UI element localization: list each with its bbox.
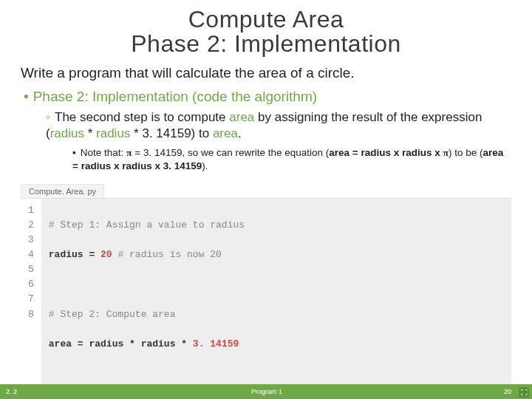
b3-b1: area = radius x radius x: [329, 147, 443, 158]
bullet-level3: ▪Note that: π = 3. 14159, so we can rewr…: [72, 146, 511, 173]
code-comment: # Step 2: Compute area: [49, 309, 176, 320]
bullet-level2: ◦The second step is to compute area by a…: [46, 109, 511, 142]
b3-mid1: = 3. 14159, so we can rewrite the equati…: [132, 147, 330, 158]
b2-kw1: area: [229, 110, 254, 124]
b2-mid3: * 3. 14159) to: [130, 126, 213, 140]
line-num: 4: [28, 248, 34, 262]
b2-kw4: area: [213, 126, 238, 140]
b3-pi2: π: [443, 147, 449, 158]
code-number: 3. 14159: [193, 338, 239, 349]
b2-mid2: *: [84, 126, 96, 140]
code-block: Compute. Area. py 1 2 3 4 5 6 7 8 # Step…: [21, 184, 511, 399]
code-body: # Step 1: Assign a value to radius radiu…: [41, 199, 252, 399]
line-num: 5: [28, 262, 34, 277]
code-comment: # Step 1: Assign a value to radius: [49, 219, 245, 231]
b3-pre: Note that:: [81, 147, 126, 158]
b3-end: ).: [202, 160, 208, 171]
line-num: 6: [28, 277, 34, 292]
b2-end: .: [238, 126, 242, 140]
bullet1-text: Phase 2: Implementation (code the algori…: [33, 89, 317, 104]
line-num: 7: [28, 292, 34, 307]
code-expr: area = radius * radius *: [49, 338, 193, 349]
line-gutter: 1 2 3 4 5 6 7 8: [21, 199, 41, 399]
bullet-level1: •Phase 2: Implementation (code the algor…: [24, 89, 511, 105]
intro-text: Write a program that will calculate the …: [21, 65, 511, 81]
b2-kw2: radius: [50, 126, 84, 140]
bullet-dot: •: [24, 89, 29, 104]
footer-bar: 2. 2 Program 1 20 ⛶: [0, 384, 532, 399]
fullscreen-icon[interactable]: ⛶: [519, 387, 529, 398]
b3-mid2: ) to be (: [449, 147, 483, 158]
code-number: 20: [100, 249, 112, 260]
line-num: 8: [28, 307, 34, 322]
bullet-dot: ◦: [46, 110, 50, 124]
code-tab: Compute. Area. py: [21, 184, 104, 198]
code-var: radius =: [49, 249, 100, 260]
line-num: 2: [28, 218, 34, 233]
code-comment: # radius is now 20: [112, 249, 222, 260]
bullet-dot: ▪: [72, 147, 76, 158]
line-num: 3: [28, 233, 34, 248]
footer-section: 2. 2: [0, 388, 30, 395]
line-num: 1: [28, 203, 34, 218]
title-line2: Phase 2: Implementation: [0, 30, 532, 58]
footer-program: Program 1: [30, 388, 504, 395]
b2-pre: The second step is to compute: [55, 110, 229, 124]
b2-kw3: radius: [96, 126, 130, 140]
title-line1: Compute Area: [0, 6, 532, 33]
b3-pi: π: [126, 147, 132, 158]
